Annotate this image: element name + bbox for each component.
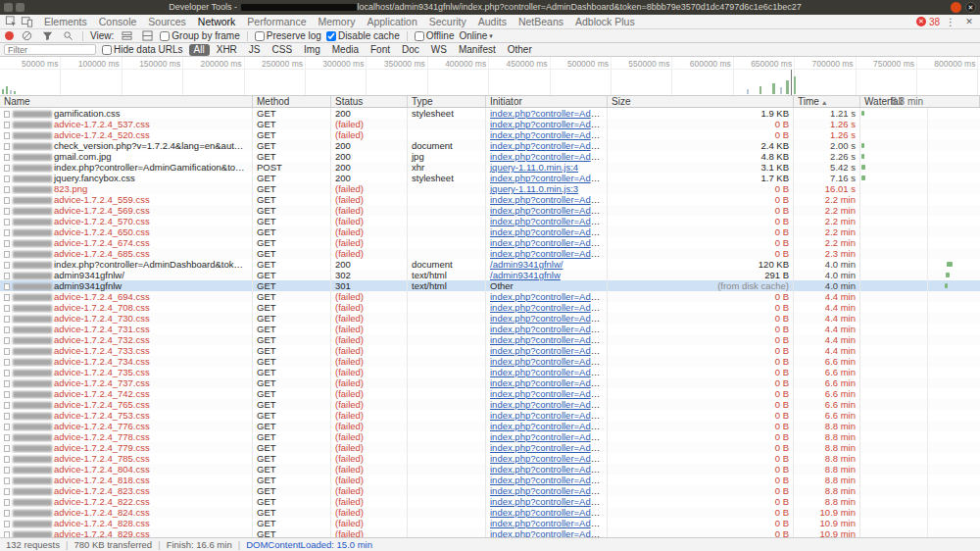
table-row[interactable]: index.php?controller=AdminDashboard&toke…: [0, 259, 980, 270]
request-name-cell[interactable]: advice-1.7.2.4_650.css: [0, 226, 253, 237]
request-name-cell[interactable]: advice-1.7.2.4_778.css: [0, 431, 253, 442]
request-name-cell[interactable]: advice-1.7.2.4_520.css: [0, 129, 253, 140]
request-name-cell[interactable]: advice-1.7.2.4_559.css: [0, 194, 253, 205]
request-name-cell[interactable]: advice-1.7.2.4_804.css: [0, 464, 253, 475]
tab-sources[interactable]: Sources: [142, 15, 192, 28]
table-row[interactable]: advice-1.7.2.4_694.css GET (failed) inde…: [0, 291, 980, 302]
request-name-cell[interactable]: 823.png: [0, 183, 253, 194]
request-initiator-link[interactable]: index.php?controller=AdminDashboard&…: [490, 129, 608, 140]
request-initiator-link[interactable]: /admin9341gfnlw/: [490, 259, 563, 270]
table-row[interactable]: advice-1.7.2.4_559.css GET (failed) inde…: [0, 194, 980, 205]
request-initiator-link[interactable]: index.php?controller=AdminDashboard&…: [490, 345, 608, 356]
request-initiator-link[interactable]: index.php?controller=AdminDashboard&…: [490, 464, 608, 475]
tab-console[interactable]: Console: [93, 15, 143, 28]
request-name-cell[interactable]: advice-1.7.2.4_732.css: [0, 334, 253, 345]
disable-cache-checkbox[interactable]: Disable cache: [326, 30, 400, 41]
disable-cache-input[interactable]: [326, 31, 336, 41]
request-name-cell[interactable]: advice-1.7.2.4_828.css: [0, 518, 253, 528]
request-name-cell[interactable]: advice-1.7.2.4_708.css: [0, 302, 253, 313]
request-name-cell[interactable]: admin9341gfnlw/: [0, 270, 253, 280]
table-row[interactable]: index.php?controller=AdminGamification&t…: [0, 162, 980, 173]
preserve-log-checkbox[interactable]: Preserve log: [255, 30, 321, 41]
throttling-dropdown[interactable]: Online ▾: [459, 30, 492, 41]
tab-application[interactable]: Application: [361, 15, 422, 28]
request-initiator-link[interactable]: index.php?controller=AdminDashboard&…: [490, 485, 608, 496]
request-name-cell[interactable]: advice-1.7.2.4_570.css: [0, 216, 253, 226]
column-header-name[interactable]: Name: [0, 96, 253, 107]
request-initiator-link[interactable]: index.php?controller=AdminDashboard&…: [490, 334, 608, 345]
request-initiator-link[interactable]: index.php?controller=AdminDashboard&…: [490, 388, 608, 399]
request-name-cell[interactable]: advice-1.7.2.4_569.css: [0, 205, 253, 216]
request-name-cell[interactable]: advice-1.7.2.4_674.css: [0, 237, 253, 248]
table-row[interactable]: gamification.css GET 200 stylesheet inde…: [0, 108, 980, 119]
request-name-cell[interactable]: advice-1.7.2.4_824.css: [0, 507, 253, 518]
hide-data-urls-checkbox[interactable]: Hide data URLs: [102, 44, 183, 55]
overview-band[interactable]: [0, 70, 980, 95]
request-name-cell[interactable]: advice-1.7.2.4_731.css: [0, 324, 253, 334]
request-initiator-link[interactable]: index.php?controller=AdminDashboard&…: [490, 313, 608, 324]
more-options-icon[interactable]: ⋮: [943, 16, 958, 28]
request-name-cell[interactable]: advice-1.7.2.4_737.css: [0, 377, 253, 388]
request-initiator-link[interactable]: index.php?controller=AdminDashboard&…: [490, 151, 608, 162]
table-row[interactable]: advice-1.7.2.4_804.css GET (failed) inde…: [0, 464, 980, 475]
column-header-type[interactable]: Type: [408, 96, 486, 107]
tab-adblock-plus[interactable]: Adblock Plus: [569, 15, 641, 28]
table-row[interactable]: advice-1.7.2.4_778.css GET (failed) inde…: [0, 431, 980, 442]
request-name-cell[interactable]: admin9341gfnlw: [0, 280, 253, 291]
table-row[interactable]: gmail.com.jpg GET 200 jpg index.php?cont…: [0, 151, 980, 162]
request-name-cell[interactable]: advice-1.7.2.4_753.css: [0, 410, 253, 421]
table-row[interactable]: advice-1.7.2.4_824.css GET (failed) inde…: [0, 507, 980, 518]
request-name-cell[interactable]: jquery.fancybox.css: [0, 173, 253, 183]
table-row[interactable]: advice-1.7.2.4_822.css GET (failed) inde…: [0, 496, 980, 507]
filter-pill-xhr[interactable]: XHR: [212, 44, 242, 56]
table-row[interactable]: advice-1.7.2.4_737.css GET (failed) inde…: [0, 377, 980, 388]
table-row[interactable]: advice-1.7.2.4_731.css GET (failed) inde…: [0, 324, 980, 334]
column-header-size[interactable]: Size: [608, 96, 794, 107]
search-icon[interactable]: [60, 29, 75, 42]
column-header-method[interactable]: Method: [253, 96, 331, 107]
table-row[interactable]: jquery.fancybox.css GET 200 stylesheet i…: [0, 173, 980, 183]
table-row[interactable]: advice-1.7.2.4_779.css GET (failed) inde…: [0, 442, 980, 453]
timeline-overview[interactable]: 50000 ms100000 ms150000 ms200000 ms25000…: [0, 57, 980, 96]
request-name-cell[interactable]: advice-1.7.2.4_730.css: [0, 313, 253, 324]
filter-pill-other[interactable]: Other: [503, 44, 537, 56]
request-initiator-link[interactable]: index.php?controller=AdminDashboard&…: [490, 442, 608, 453]
console-error-icon[interactable]: ✕: [916, 17, 926, 26]
close-devtools-icon[interactable]: ✕: [961, 16, 977, 28]
column-header-status[interactable]: Status: [331, 96, 408, 107]
request-initiator-link[interactable]: jquery-1.11.0.min.js:4: [490, 162, 578, 173]
request-initiator-link[interactable]: index.php?controller=AdminDashboard&…: [490, 291, 608, 302]
column-header-time[interactable]: Time▲: [794, 96, 860, 107]
table-row[interactable]: advice-1.7.2.4_829.css GET (failed) inde…: [0, 528, 980, 537]
table-row[interactable]: 823.png GET (failed) jquery-1.11.0.min.j…: [0, 183, 980, 194]
filter-pill-img[interactable]: Img: [299, 44, 325, 56]
request-name-cell[interactable]: advice-1.7.2.4_733.css: [0, 345, 253, 356]
request-name-cell[interactable]: advice-1.7.2.4_735.css: [0, 367, 253, 377]
request-initiator-link[interactable]: index.php?controller=AdminDashboard&…: [490, 377, 608, 388]
request-name-cell[interactable]: index.php?controller=AdminGamification&t…: [0, 162, 253, 173]
request-name-cell[interactable]: advice-1.7.2.4_785.css: [0, 453, 253, 464]
table-row[interactable]: advice-1.7.2.4_650.css GET (failed) inde…: [0, 226, 980, 237]
request-name-cell[interactable]: advice-1.7.2.4_829.css: [0, 528, 253, 537]
request-name-cell[interactable]: gamification.css: [0, 108, 253, 119]
column-header-initiator[interactable]: Initiator: [486, 96, 608, 107]
request-initiator-link[interactable]: Other: [490, 280, 514, 291]
request-name-cell[interactable]: advice-1.7.2.4_537.css: [0, 119, 253, 129]
window-close-icon[interactable]: ✕: [965, 2, 976, 13]
request-name-cell[interactable]: gmail.com.jpg: [0, 151, 253, 162]
table-row[interactable]: advice-1.7.2.4_742.css GET (failed) inde…: [0, 388, 980, 399]
device-toolbar-icon[interactable]: [19, 16, 34, 28]
tab-elements[interactable]: Elements: [38, 15, 93, 28]
overview-cursor-line[interactable]: [791, 70, 792, 95]
request-initiator-link[interactable]: index.php?controller=AdminDashboard&…: [490, 216, 608, 226]
table-row[interactable]: advice-1.7.2.4_776.css GET (failed) inde…: [0, 421, 980, 431]
request-initiator-link[interactable]: index.php?controller=AdminDashboard&…: [490, 119, 608, 129]
request-name-cell[interactable]: advice-1.7.2.4_779.css: [0, 442, 253, 453]
table-row[interactable]: advice-1.7.2.4_520.css GET (failed) inde…: [0, 129, 980, 140]
table-row[interactable]: advice-1.7.2.4_730.css GET (failed) inde…: [0, 313, 980, 324]
request-initiator-link[interactable]: index.php?controller=AdminDashboard&…: [490, 237, 608, 248]
table-row[interactable]: advice-1.7.2.4_823.css GET (failed) inde…: [0, 485, 980, 496]
request-initiator-link[interactable]: /admin9341gfnlw: [490, 270, 561, 280]
filter-pill-js[interactable]: JS: [244, 44, 266, 56]
request-initiator-link[interactable]: index.php?controller=AdminDashboard&…: [490, 528, 608, 537]
